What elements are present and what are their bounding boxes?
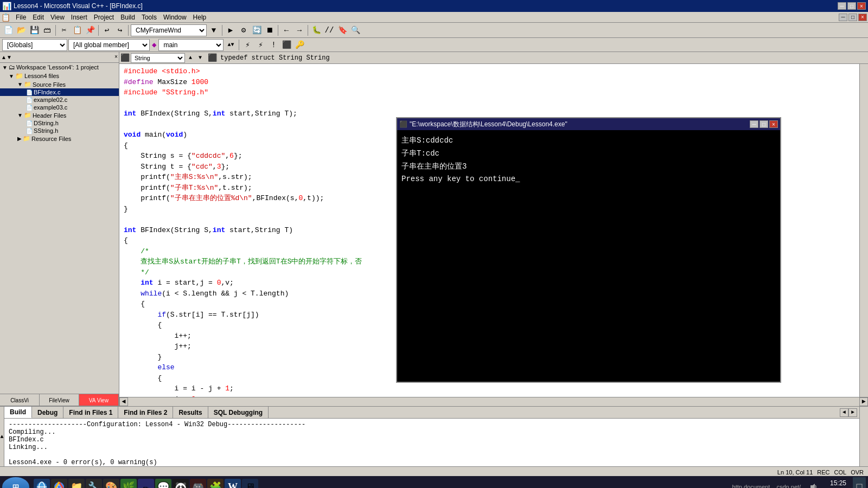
sep1 [55,25,56,36]
find2-tab[interactable]: Find in Files 2 [118,407,173,418]
console-window: ⬛ "E:\workspace\数据结构\Lesson4\Debug\Lesso… [396,117,781,383]
output-scroll-right[interactable]: ► [848,408,857,417]
compile-btn[interactable]: ⚙ [238,24,250,36]
maximize-btn[interactable]: □ [847,2,856,10]
classview-tab[interactable]: ClassVi [0,394,40,406]
next-btn[interactable]: ⚡ [254,39,266,51]
menu-view[interactable]: View [47,12,68,22]
undo-btn[interactable]: ↩ [101,24,113,36]
debug-btn[interactable]: 🐛 [310,24,322,36]
taskbar-ie-icon[interactable] [34,479,50,488]
project-root[interactable]: ▼ 📁 Lesson4 files [0,72,119,80]
copy-btn[interactable]: 📋 [71,24,83,36]
header-files-folder[interactable]: ▼ 📁 Header Files [0,111,119,119]
results-tab[interactable]: Results [173,407,208,418]
taskbar-green-icon[interactable]: 🌿 [120,479,137,488]
output-scroll-left[interactable]: ◄ [840,408,848,417]
prev-btn[interactable]: ⚡ [241,39,253,51]
console-minimize-btn[interactable]: ─ [750,120,758,128]
menu-edit[interactable]: Edit [29,12,47,22]
vaview-tab[interactable]: VA View [79,394,119,406]
debug-tab[interactable]: Debug [32,407,63,418]
resource-files-folder[interactable]: ▶ 📁 Resource Files [0,134,119,143]
menu-tools[interactable]: Tools [138,12,160,22]
paste-btn[interactable]: 📌 [84,24,96,36]
dropdown-arrow[interactable]: ▼ [208,24,220,36]
workspace-root[interactable]: ▼ 🗂 Workspace 'Lesson4': 1 project [0,63,119,72]
type-down-btn[interactable]: ▼ [196,54,205,62]
type-dropdown[interactable]: String [131,53,185,63]
save-all-btn[interactable]: 🗃 [41,24,53,36]
show-desktop-btn[interactable] [853,477,866,488]
example03-file[interactable]: 📄 example03.c [0,104,119,111]
output-line-1: --------------------Configuration: Lesso… [9,421,855,428]
minimize-btn[interactable]: ─ [838,2,846,10]
bookmark-btn[interactable]: 🔖 [336,24,348,36]
start-button[interactable]: ⊞ [2,477,29,488]
output-scrollbar[interactable] [859,407,868,466]
editor-scrollbar[interactable] [859,64,868,397]
forward-btn[interactable]: → [293,24,305,36]
taskbar-chat-icon[interactable]: 💬 [155,479,171,488]
open-btn[interactable]: 📂 [15,24,27,36]
save-btn[interactable]: 💾 [28,24,40,36]
member-dropdown[interactable]: [All global member] [68,39,150,51]
taskbar-chrome-icon[interactable] [51,479,67,488]
taskbar-game-icon[interactable]: 🎮 [190,479,206,488]
sort-btn[interactable]: ▲▼ [225,39,237,51]
find-btn[interactable]: 🔍 [349,24,361,36]
editor-bottom-scrollbar[interactable]: ◄ ► [119,397,868,406]
taskbar-puzzle-icon[interactable]: 🧩 [207,479,224,488]
extra-btn[interactable]: 🔑 [293,39,305,51]
comment-btn[interactable]: // [323,24,335,36]
taskbar-panda-icon[interactable]: 🐼 [173,479,189,488]
cut-btn[interactable]: ✂ [58,24,70,36]
scrollbar-track[interactable] [128,397,859,406]
redo-btn[interactable]: ↪ [114,24,126,36]
menu-insert[interactable]: Insert [68,12,91,22]
build-btn[interactable]: ▶ [225,24,237,36]
dstring-file[interactable]: 📄 DString.h [0,119,119,127]
output-panel-collapse[interactable]: ▲ [0,407,4,466]
type-up-btn[interactable]: ▲ [186,54,195,62]
console-maximize-btn[interactable]: □ [760,120,768,128]
app-maximize-btn[interactable]: □ [848,14,857,21]
find1-tab[interactable]: Find in Files 1 [63,407,118,418]
rebuild-btn[interactable]: 🔄 [251,24,263,36]
taskbar-paint-icon[interactable]: ✏️ [138,479,154,488]
taskbar-photo-icon[interactable]: 🎨 [103,479,119,488]
back-btn[interactable]: ← [280,24,292,36]
build-tab[interactable]: Build [4,407,32,418]
menu-file[interactable]: File [12,12,29,22]
close-btn[interactable]: × [857,2,866,10]
scroll-left-btn[interactable]: ◄ [119,397,128,406]
fileview-tab[interactable]: FileView [40,394,79,406]
console-close-btn[interactable]: × [769,120,778,128]
stop-btn[interactable]: ⏹ [264,24,276,36]
taskbar-folder-icon[interactable]: 📁 [68,479,85,488]
app-minimize-btn[interactable]: ─ [839,14,847,21]
new-btn[interactable]: 📄 [2,24,14,36]
sep5 [278,25,278,36]
menu-window[interactable]: Window [160,12,190,22]
sidebar-header: ▲▼ × [0,52,119,63]
taskbar-tools-icon[interactable]: 🔧 [86,479,102,488]
source-files-folder[interactable]: ▼ 📁 Source Files [0,80,119,88]
taskbar-monitor-icon[interactable]: 🖥 [242,479,258,488]
sstring-file[interactable]: 📄 SString.h [0,127,119,134]
goto-btn[interactable]: ⬛ [280,39,292,51]
scope-dropdown[interactable]: [Globals] [2,39,67,51]
function-dropdown[interactable]: main [158,39,224,51]
volume-icon[interactable] [808,481,819,488]
scroll-right-btn[interactable]: ► [859,397,868,406]
sql-tab[interactable]: SQL Debugging [208,407,269,418]
example02-file[interactable]: 📄 example02.c [0,96,119,104]
menu-project[interactable]: Project [91,12,117,22]
class-dropdown[interactable]: CMyFrameWnd [131,24,207,36]
taskbar-word-icon[interactable]: W [225,479,241,488]
bfindex-file[interactable]: 📄 BFIndex.c [0,88,119,96]
ref-btn[interactable]: ! [267,39,279,51]
menu-help[interactable]: Help [190,12,210,22]
menu-build[interactable]: Build [117,12,138,22]
app-close-btn[interactable]: × [858,14,867,21]
